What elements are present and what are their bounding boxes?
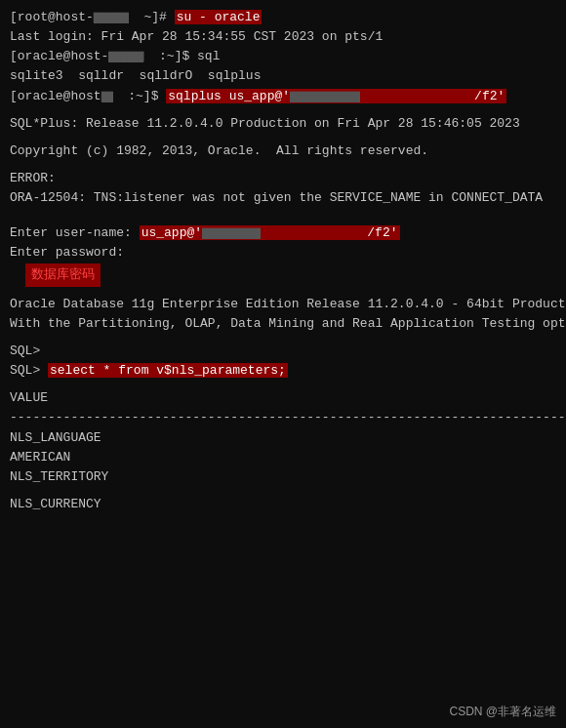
watermark: CSDN @非著名运维: [449, 704, 556, 720]
value-header: NLS_LANGUAGE: [10, 428, 556, 448]
password-label: Enter password:: [10, 245, 124, 260]
watermark-text: CSDN @非著名运维: [449, 705, 556, 718]
enter-password-line: Enter password: 数据库密码: [10, 243, 556, 286]
sqlplus-release: SQL*Plus: Release 11.2.0.4.0 Production …: [10, 114, 556, 134]
blank-1: [10, 106, 556, 114]
sql-select-line: SQL> select * from v$nls_parameters;: [10, 361, 556, 381]
blank-4: [10, 208, 556, 216]
connected-to: Oracle Database 11g Enterprise Edition R…: [10, 295, 556, 314]
sql-completions: sqlite3 sqlldr sqlldrO sqlplus: [10, 66, 556, 86]
blank-9: [10, 487, 556, 495]
root-prompt: [root@host-██████ ~]#: [10, 10, 175, 24]
blank-7: [10, 334, 556, 342]
sqlplus-cmd-line: [oracle@host██ :~]$ sqlplus us_app@'████…: [10, 87, 556, 106]
sql-prompt-1: SQL>: [10, 342, 556, 361]
sqlplus-highlight: sqlplus us_app@'████████████ /f2': [166, 89, 506, 103]
sql-select-cmd: select * from v$nls_parameters;: [48, 363, 288, 378]
blank-6: [10, 287, 556, 295]
oracle-prompt-sql: [oracle@host-██████ :~]$ sql: [10, 47, 556, 66]
enter-username-line: Enter user-name: us_app@'██████████ /f2': [10, 223, 556, 243]
param-header: VALUE: [10, 388, 556, 408]
oracle-db-edition: With the Partitioning, OLAP, Data Mining…: [10, 314, 556, 334]
blank-2: [10, 134, 556, 142]
su-oracle-cmd: su - oracle: [175, 10, 263, 24]
last-login-line: Last login: Fri Apr 28 15:34:55 CST 2023…: [10, 27, 556, 47]
blank-8: [10, 381, 556, 388]
blank-10: [10, 514, 556, 522]
terminal-window: [root@host-██████ ~]# su - oracle Last l…: [0, 0, 566, 530]
copyright-line: Copyright (c) 1982, 2013, Oracle. All ri…: [10, 142, 556, 161]
separator-2: AMERICAN: [10, 448, 556, 467]
password-hint: 数据库密码: [25, 263, 101, 287]
line-root-cmd: [root@host-██████ ~]# su - oracle: [10, 8, 556, 27]
error-label: ERROR:: [10, 169, 556, 188]
nls-language-value: NLS_TERRITORY: [10, 467, 556, 487]
blank-5: [10, 216, 556, 223]
blank-3: [10, 161, 556, 169]
ora-error: ORA-12504: TNS:listener was not given th…: [10, 188, 556, 208]
username-value: us_app@'██████████ /f2': [140, 225, 400, 240]
nls-territory-value: NLS_CURRENCY: [10, 495, 556, 514]
separator-1: ----------------------------------------…: [10, 408, 556, 427]
